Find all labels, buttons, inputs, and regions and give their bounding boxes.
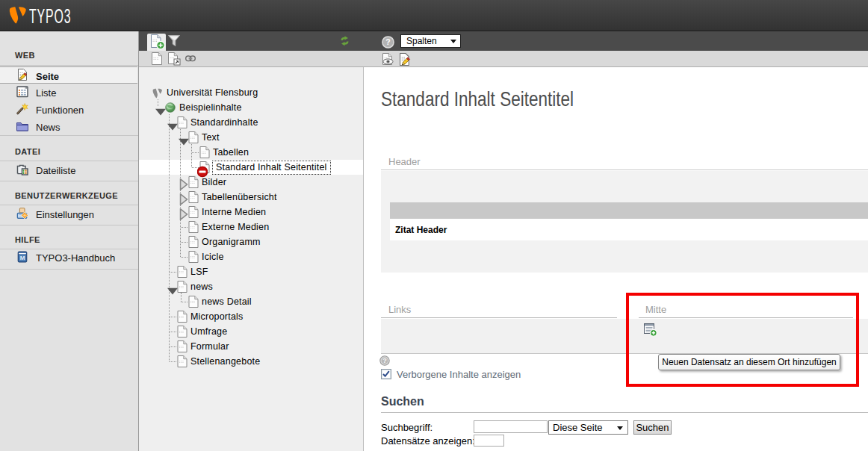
svg-text:?: ? <box>385 37 390 46</box>
svg-text:?: ? <box>382 357 387 364</box>
svg-text:M: M <box>20 255 25 261</box>
